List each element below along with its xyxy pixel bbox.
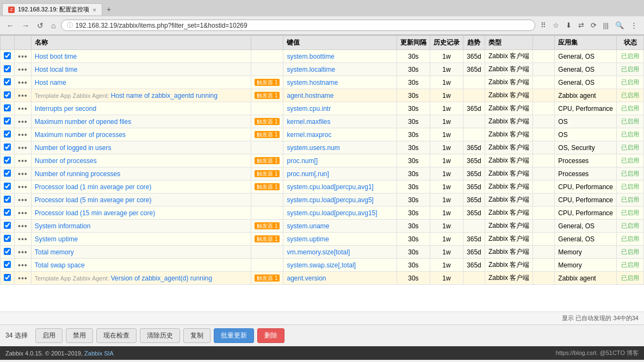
more-tools-button[interactable]: ⋮	[628, 20, 640, 30]
status-badge[interactable]: 已启用	[621, 209, 639, 216]
item-key-link[interactable]: proc.num[,run]	[287, 170, 329, 178]
item-key-link[interactable]: vm.memory.size[total]	[287, 248, 350, 256]
item-name-link[interactable]: Host name of zabbix_agentd running	[111, 92, 218, 99]
extensions-button[interactable]: ⠿	[538, 20, 548, 30]
row-dots-icon[interactable]: •••	[18, 52, 28, 61]
back-button[interactable]: ←	[4, 20, 16, 31]
new-tab-button[interactable]: +	[102, 3, 115, 15]
item-key-link[interactable]: system.cpu.load[percpu,avg1]	[287, 183, 373, 191]
delete-button[interactable]: 删除	[257, 328, 284, 343]
search-button[interactable]: 🔍	[613, 20, 626, 30]
zabbix-link[interactable]: Zabbix SIA	[84, 350, 114, 357]
template-link[interactable]: Template App Zabbix Agent:	[35, 275, 111, 282]
item-name-link[interactable]: System uptime	[35, 235, 78, 243]
status-badge[interactable]: 已启用	[621, 66, 639, 72]
copy-button[interactable]: 复制	[183, 328, 210, 343]
item-name-link[interactable]: Maximum number of opened files	[35, 118, 131, 126]
item-name-link[interactable]: Host boot time	[35, 53, 77, 60]
item-key-link[interactable]: system.users.num	[287, 144, 339, 152]
status-badge[interactable]: 已启用	[621, 157, 639, 164]
item-key-link[interactable]: system.cpu.intr	[287, 105, 331, 113]
status-badge[interactable]: 已启用	[621, 235, 639, 242]
row-dots-icon[interactable]: •••	[18, 170, 28, 178]
item-key-link[interactable]: system.uname	[287, 222, 329, 230]
row-dots-icon[interactable]: •••	[18, 104, 28, 113]
row-dots-icon[interactable]: •••	[18, 209, 28, 217]
item-key-link[interactable]: system.cpu.load[percpu,avg5]	[287, 196, 373, 204]
item-name-link[interactable]: Interrupts per second	[35, 105, 96, 113]
row-checkbox[interactable]	[4, 274, 11, 281]
item-name-link[interactable]: Host local time	[35, 66, 78, 73]
row-checkbox[interactable]	[4, 117, 11, 124]
item-name-link[interactable]: Processor load (15 min average per core)	[35, 209, 155, 217]
item-name-link[interactable]: Maximum number of processes	[35, 131, 126, 139]
row-dots-icon[interactable]: •••	[18, 235, 28, 244]
items-table-container[interactable]: 名称 键值 更新间隔 历史记录 趋势 类型 应用集 状态 •••Host boo…	[0, 35, 644, 311]
row-checkbox[interactable]	[4, 143, 11, 151]
item-name-link[interactable]: Processor load (1 min average per core)	[35, 183, 152, 191]
row-dots-icon[interactable]: •••	[18, 183, 28, 191]
row-checkbox[interactable]	[4, 235, 11, 242]
status-badge[interactable]: 已启用	[621, 92, 639, 98]
status-badge[interactable]: 已启用	[621, 196, 639, 203]
item-name-link[interactable]: Total memory	[35, 248, 74, 256]
status-badge[interactable]: 已启用	[621, 222, 639, 229]
item-name-link[interactable]: Number of processes	[35, 157, 97, 165]
status-badge[interactable]: 已启用	[621, 79, 639, 85]
bookmarks-manager-button[interactable]: |||	[601, 20, 611, 30]
item-key-link[interactable]: kernel.maxproc	[287, 131, 331, 139]
status-badge[interactable]: 已启用	[621, 118, 639, 124]
row-checkbox[interactable]	[4, 222, 11, 229]
bookmark-button[interactable]: ☆	[550, 20, 561, 30]
status-badge[interactable]: 已启用	[621, 274, 639, 281]
item-key-link[interactable]: system.localtime	[287, 66, 335, 73]
trigger-badge[interactable]: 触发器 1	[255, 274, 280, 282]
home-button[interactable]: ⌂	[49, 20, 58, 31]
clear-history-button[interactable]: 清除历史	[140, 328, 180, 343]
active-tab[interactable]: Z 192.168.32.19: 配置监控项 ×	[2, 3, 102, 15]
trigger-badge[interactable]: 触发器 1	[255, 170, 280, 177]
row-checkbox[interactable]	[4, 91, 11, 98]
status-badge[interactable]: 已启用	[621, 170, 639, 177]
item-key-link[interactable]: system.swap.size[,total]	[287, 261, 356, 269]
status-badge[interactable]: 已启用	[621, 261, 639, 268]
sync-button[interactable]: ⇄	[576, 20, 586, 30]
row-dots-icon[interactable]: •••	[18, 248, 28, 257]
item-key-link[interactable]: system.boottime	[287, 53, 334, 60]
item-name-link[interactable]: Processor load (5 min average per core)	[35, 196, 152, 204]
row-dots-icon[interactable]: •••	[18, 261, 28, 270]
url-bar[interactable]: ⓘ 192.168.32.19/zabbix/items.php?filter_…	[61, 20, 535, 31]
row-checkbox[interactable]	[4, 104, 11, 111]
item-key-link[interactable]: agent.version	[287, 274, 326, 282]
item-key-link[interactable]: system.uptime	[287, 235, 329, 243]
row-checkbox[interactable]	[4, 65, 11, 72]
row-checkbox[interactable]	[4, 248, 11, 255]
batch-update-button[interactable]: 批量更新	[214, 328, 254, 343]
row-checkbox[interactable]	[4, 196, 11, 203]
row-dots-icon[interactable]: •••	[18, 157, 28, 165]
forward-button[interactable]: →	[20, 20, 32, 31]
row-checkbox[interactable]	[4, 157, 11, 164]
item-name-link[interactable]: Version of zabbix_agent(d) running	[111, 274, 212, 282]
status-badge[interactable]: 已启用	[621, 105, 639, 111]
row-dots-icon[interactable]: •••	[18, 117, 28, 126]
row-dots-icon[interactable]: •••	[18, 196, 28, 204]
check-now-button[interactable]: 现在检查	[96, 328, 137, 343]
row-dots-icon[interactable]: •••	[18, 274, 28, 283]
trigger-badge[interactable]: 触发器 1	[255, 92, 280, 99]
item-key-link[interactable]: agent.hostname	[287, 92, 333, 99]
row-checkbox[interactable]	[4, 209, 11, 216]
status-badge[interactable]: 已启用	[621, 183, 639, 190]
trigger-badge[interactable]: 触发器 1	[255, 222, 280, 229]
row-dots-icon[interactable]: •••	[18, 91, 28, 100]
trigger-badge[interactable]: 触发器 1	[255, 157, 280, 164]
status-badge[interactable]: 已启用	[621, 53, 639, 59]
item-name-link[interactable]: Number of logged in users	[35, 144, 112, 152]
status-badge[interactable]: 已启用	[621, 248, 639, 255]
refresh-button[interactable]: ↺	[35, 20, 46, 31]
row-checkbox[interactable]	[4, 130, 11, 138]
item-key-link[interactable]: system.hostname	[287, 79, 338, 86]
row-dots-icon[interactable]: •••	[18, 78, 28, 87]
status-badge[interactable]: 已启用	[621, 131, 639, 138]
row-dots-icon[interactable]: •••	[18, 222, 28, 230]
